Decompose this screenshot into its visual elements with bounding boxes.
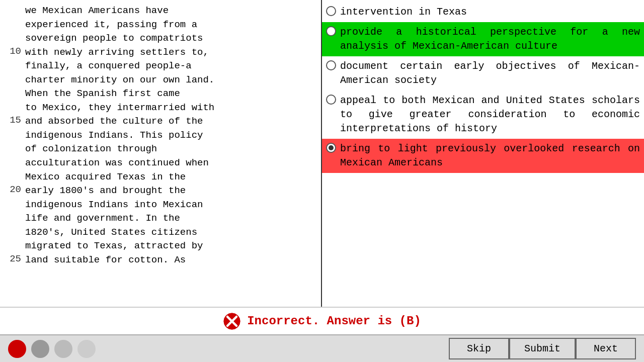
passage-line: acculturation was continued when <box>0 156 321 170</box>
answer-option-c[interactable]: document certain early objectives of Mex… <box>322 56 644 90</box>
line-number: 10 <box>0 46 25 60</box>
passage-line: indigenous Indians. This policy <box>0 129 321 143</box>
skip-button[interactable]: Skip <box>449 338 509 359</box>
line-text: and absorbed the culture of the <box>25 115 321 129</box>
passage-line: 15and absorbed the culture of the <box>0 115 321 129</box>
line-number <box>0 4 25 18</box>
line-number: 15 <box>0 115 25 129</box>
line-number <box>0 170 25 185</box>
line-number <box>0 101 25 115</box>
incorrect-text: Incorrect. Answer is (B) <box>247 314 421 328</box>
line-text: to Mexico, they intermarried with <box>25 101 321 115</box>
line-number: 25 <box>0 253 25 267</box>
main-content: we Mexican Americans haveexperienced it,… <box>0 0 644 307</box>
answer-option-e[interactable]: bring to light previously overlooked res… <box>322 139 644 173</box>
line-text: Mexico acquired Texas in the <box>25 170 321 185</box>
answer-option-d[interactable]: appeal to both Mexican and United States… <box>322 90 644 139</box>
line-text: When the Spanish first came <box>25 87 321 101</box>
passage-line: of colonization through <box>0 142 321 156</box>
line-text: experienced it, passing from a <box>25 18 321 32</box>
incorrect-icon <box>223 312 241 330</box>
line-text: early 1800's and brought the <box>25 184 321 198</box>
passage-line: indigenous Indians into Mexican <box>0 198 321 212</box>
passage-line: experienced it, passing from a <box>0 18 321 32</box>
passage-line: to Mexico, they intermarried with <box>0 101 321 115</box>
line-text: life and government. In the <box>25 212 321 226</box>
passage-container: we Mexican Americans haveexperienced it,… <box>0 2 321 269</box>
line-text: 1820's, United States citizens <box>25 226 321 240</box>
passage-line: we Mexican Americans have <box>0 4 321 18</box>
dot-red[interactable] <box>8 340 26 358</box>
line-number <box>0 32 25 46</box>
line-number <box>0 87 25 101</box>
line-number <box>0 239 25 253</box>
dot-gray1[interactable] <box>31 340 49 358</box>
dot-gray3[interactable] <box>77 340 96 358</box>
passage-line: finally, a conquered people-a <box>0 59 321 73</box>
line-number: 20 <box>0 184 25 198</box>
next-button[interactable]: Next <box>576 338 636 359</box>
line-text: finally, a conquered people-a <box>25 59 321 73</box>
line-number <box>0 142 25 156</box>
line-text: with newly arriving settlers to, <box>25 46 321 60</box>
line-text: land suitable for cotton. As <box>25 253 321 267</box>
passage-line: 1820's, United States citizens <box>0 226 321 240</box>
line-text: indigenous Indians into Mexican <box>25 198 321 212</box>
line-text: acculturation was continued when <box>25 156 321 170</box>
incorrect-message: Incorrect. Answer is (B) <box>8 312 636 330</box>
line-number <box>0 198 25 212</box>
bottom-bar: Skip Submit Next <box>0 334 644 362</box>
passage-line: 25land suitable for cotton. As <box>0 253 321 267</box>
passage-line: 10with newly arriving settlers to, <box>0 46 321 60</box>
line-text: sovereign people to compatriots <box>25 32 321 46</box>
line-number <box>0 226 25 240</box>
line-text: charter minority on our own land. <box>25 73 321 87</box>
radio-d[interactable] <box>326 95 336 105</box>
line-number <box>0 156 25 170</box>
radio-c[interactable] <box>326 60 336 70</box>
passage-line: When the Spanish first came <box>0 87 321 101</box>
answer-option-b[interactable]: provide a historical perspective for a n… <box>322 22 644 56</box>
line-number <box>0 73 25 87</box>
line-number <box>0 18 25 32</box>
passage-panel: we Mexican Americans haveexperienced it,… <box>0 0 322 307</box>
line-number <box>0 212 25 226</box>
radio-a[interactable] <box>326 6 336 16</box>
line-number <box>0 129 25 143</box>
passage-line: charter minority on our own land. <box>0 73 321 87</box>
answer-text-c: document certain early objectives of Mex… <box>340 59 640 87</box>
answer-text-d: appeal to both Mexican and United States… <box>340 94 640 136</box>
dots-container <box>8 340 449 358</box>
line-text: migrated to Texas, attracted by <box>25 239 321 253</box>
answer-text-e: bring to light previously overlooked res… <box>340 142 640 170</box>
radio-b[interactable] <box>326 26 336 36</box>
answer-text-b: provide a historical perspective for a n… <box>340 25 640 53</box>
status-bar: Incorrect. Answer is (B) <box>0 307 644 334</box>
line-text: of colonization through <box>25 142 321 156</box>
passage-line: 20early 1800's and brought the <box>0 184 321 198</box>
passage-line: Mexico acquired Texas in the <box>0 170 321 185</box>
answer-text-a: intervention in Texas <box>340 5 467 19</box>
answer-option-a[interactable]: intervention in Texas <box>322 2 644 22</box>
action-buttons: Skip Submit Next <box>449 338 636 359</box>
dot-gray2[interactable] <box>54 340 72 358</box>
passage-line: sovereign people to compatriots <box>0 32 321 46</box>
line-number <box>0 59 25 73</box>
submit-button[interactable]: Submit <box>509 338 576 359</box>
passage-line: life and government. In the <box>0 212 321 226</box>
line-text: indigenous Indians. This policy <box>25 129 321 143</box>
line-text: we Mexican Americans have <box>25 4 321 18</box>
answer-panel: intervention in Texasprovide a historica… <box>322 0 644 307</box>
radio-e[interactable] <box>326 143 336 153</box>
passage-line: migrated to Texas, attracted by <box>0 239 321 253</box>
